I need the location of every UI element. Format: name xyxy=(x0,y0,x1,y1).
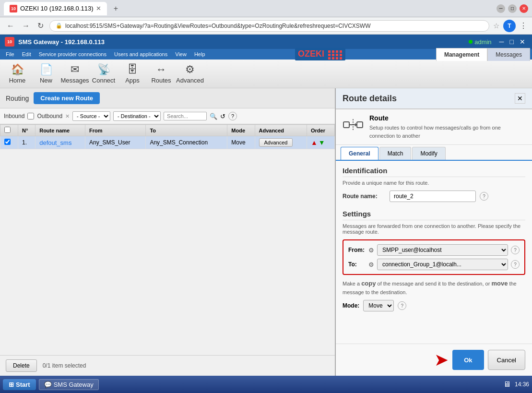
row-checkbox[interactable] xyxy=(4,139,11,145)
tab-messages[interactable]: Messages xyxy=(487,48,530,61)
search-input[interactable] xyxy=(164,112,207,120)
more-button[interactable]: ⋮ xyxy=(520,21,527,30)
source-filter[interactable]: - Source - xyxy=(72,111,110,121)
mode-select[interactable]: Move xyxy=(363,300,394,311)
route-description: Setup routes to control how messages/cal… xyxy=(369,124,525,140)
route-link[interactable]: defout_sms xyxy=(39,139,71,146)
tab-general[interactable]: General xyxy=(341,147,378,160)
taskbar-app-icon: 💬 xyxy=(44,381,52,388)
search-button[interactable]: 🔍 xyxy=(210,113,217,120)
maximize-button[interactable]: □ xyxy=(508,4,517,13)
inbound-checkbox[interactable] xyxy=(27,113,34,119)
cancel-button[interactable]: Cancel xyxy=(488,350,525,370)
col-name: Route name xyxy=(35,125,85,136)
settings-section: Settings Messages are forwarded from one… xyxy=(343,210,525,311)
taskbar: ⊞ Start 💬 SMS Gateway 🖥 14:36 xyxy=(0,376,532,393)
close-panel-button[interactable]: ✕ xyxy=(515,93,525,104)
routing-header: Routing Create new Route xyxy=(0,88,335,108)
from-gear-icon: ⚙ xyxy=(368,247,374,254)
window-controls: ─ □ ✕ xyxy=(497,4,528,13)
address-text: localhost:9515/SMS+Gateway/?a=Routing&Vi… xyxy=(65,23,370,29)
route-details-header: Route details ✕ xyxy=(336,88,532,109)
app-maximize-button[interactable]: □ xyxy=(508,38,516,46)
tab-favicon: 10 xyxy=(10,5,17,12)
menu-users[interactable]: Users and applications xyxy=(110,50,171,58)
browser-tab[interactable]: 10 OZEKI 10 (192.168.0.113) ✕ xyxy=(4,2,107,15)
forward-button[interactable]: → xyxy=(20,21,32,31)
items-selected-label: 0/1 item selected xyxy=(43,362,86,369)
browser-titlebar: 10 OZEKI 10 (192.168.0.113) ✕ + ─ □ ✕ xyxy=(0,0,532,17)
move-up-button[interactable]: ▲ xyxy=(311,139,318,146)
delete-button[interactable]: Delete xyxy=(6,359,37,372)
to-gear-icon: ⚙ xyxy=(368,261,374,268)
col-to: To xyxy=(146,125,227,136)
from-select[interactable]: SMPP_user@localhost xyxy=(377,244,508,256)
profile-button[interactable]: T xyxy=(503,20,516,32)
route-name-row: Route name: ? xyxy=(343,191,525,202)
to-select[interactable]: connection_Group_1@localh... xyxy=(377,259,508,270)
route-name-help[interactable]: ? xyxy=(480,192,488,201)
svg-rect-1 xyxy=(357,122,363,128)
menu-help[interactable]: Help xyxy=(190,50,209,58)
route-name-input[interactable] xyxy=(390,191,476,202)
inbound-label: Inbound xyxy=(4,113,24,119)
connect-label: Connect xyxy=(92,77,115,84)
advanced-row-button[interactable]: Advanced xyxy=(259,138,293,147)
route-subtitle: Route xyxy=(369,114,525,122)
connect-icon: 📡 xyxy=(97,63,110,76)
route-icon xyxy=(343,114,364,140)
menu-file[interactable]: File xyxy=(2,50,18,58)
outbound-clear-button[interactable]: ✕ xyxy=(65,113,70,119)
from-row: From: ⚙ SMPP_user@localhost ? xyxy=(348,244,520,256)
advanced-label: Advanced xyxy=(176,77,204,84)
select-all-checkbox[interactable] xyxy=(4,127,11,133)
home-label: Home xyxy=(9,77,26,84)
row-to: Any_SMS_Connection xyxy=(146,136,227,149)
content-area: Routing Create new Route Inbound Outboun… xyxy=(0,88,532,376)
reload-button[interactable]: ↻ xyxy=(35,20,46,31)
help-button[interactable]: ? xyxy=(228,112,237,120)
address-box[interactable]: 🔒 localhost:9515/SMS+Gateway/?a=Routing&… xyxy=(49,20,489,32)
destination-filter[interactable]: - Destination - xyxy=(113,111,161,121)
taskbar-display-icon: 🖥 xyxy=(503,380,511,389)
taskbar-right: 🖥 14:36 xyxy=(503,380,529,389)
tab-modify[interactable]: Modify xyxy=(412,147,445,160)
route-name-label: Route name: xyxy=(343,193,386,200)
taskbar-app-button[interactable]: 💬 SMS Gateway xyxy=(39,379,99,390)
home-button[interactable]: 🏠 Home xyxy=(3,61,32,86)
new-button[interactable]: 📄 New xyxy=(32,61,60,86)
ok-button[interactable]: Ok xyxy=(452,350,484,370)
create-route-button[interactable]: Create new Route xyxy=(34,92,100,104)
routes-button[interactable]: ↔ Routes xyxy=(147,61,176,86)
arrow-to-ok: ➤ xyxy=(434,350,449,370)
tab-close-button[interactable]: ✕ xyxy=(96,5,101,12)
to-help[interactable]: ? xyxy=(511,260,520,269)
col-order: Order xyxy=(307,125,334,136)
menu-edit[interactable]: Edit xyxy=(18,50,35,58)
back-button[interactable]: ← xyxy=(5,21,16,31)
app-close-button[interactable]: ✕ xyxy=(518,38,527,46)
menu-service[interactable]: Service provider connections xyxy=(35,50,110,58)
messages-button[interactable]: ✉ Messages xyxy=(60,61,89,86)
minimize-button[interactable]: ─ xyxy=(497,4,505,13)
detail-tabs: General Match Modify xyxy=(336,147,532,161)
mode-help[interactable]: ? xyxy=(398,301,406,310)
advanced-button[interactable]: ⚙ Advanced xyxy=(176,61,204,86)
table-row[interactable]: 1. defout_sms Any_SMS_User Any_SMS_Conne… xyxy=(0,136,335,149)
menu-view[interactable]: View xyxy=(171,50,190,58)
app-minimize-button[interactable]: ─ xyxy=(497,38,506,46)
close-window-button[interactable]: ✕ xyxy=(520,4,528,13)
connect-button[interactable]: 📡 Connect xyxy=(89,61,118,86)
apps-button[interactable]: 🗄 Apps xyxy=(118,61,147,86)
refresh-button[interactable]: ↺ xyxy=(220,113,225,120)
bookmark-button[interactable]: ☆ xyxy=(493,22,499,30)
from-help[interactable]: ? xyxy=(511,246,520,254)
tab-management[interactable]: Management xyxy=(436,48,487,61)
start-button[interactable]: ⊞ Start xyxy=(3,379,36,390)
tab-match[interactable]: Match xyxy=(379,147,412,160)
move-down-button[interactable]: ▼ xyxy=(319,139,325,146)
connection-fields-box: From: ⚙ SMPP_user@localhost ? To: ⚙ conn… xyxy=(343,239,525,275)
right-panel: Route details ✕ Route Setup routes t xyxy=(336,88,532,376)
bottom-bar: Delete 0/1 item selected xyxy=(0,355,335,376)
new-tab-button[interactable]: + xyxy=(110,3,121,14)
